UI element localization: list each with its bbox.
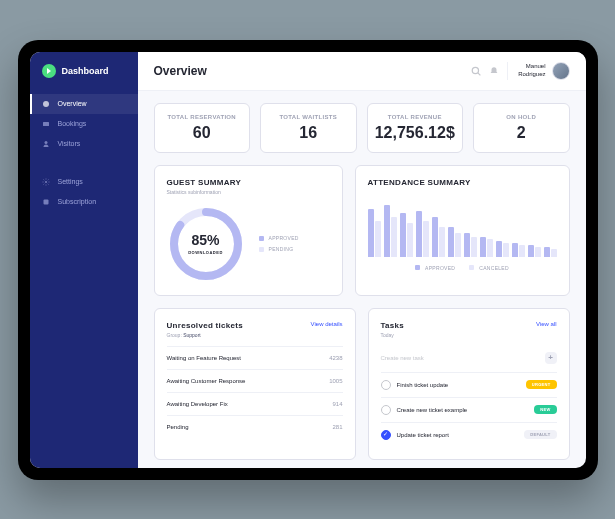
card-subtitle: Today [381,332,405,338]
stat-value: 12,756.12$ [374,124,457,142]
page-title: Overview [154,64,207,78]
bar-canceled [535,247,541,257]
stat-waitlists[interactable]: TOTAL WAITLISTS 16 [260,103,357,153]
task-badge: NEW [534,405,556,414]
ticket-count: 4238 [329,355,342,361]
sidebar-item-label: Settings [58,178,83,185]
search-icon[interactable] [471,66,481,76]
bar-pair [368,209,381,257]
svg-point-0 [43,101,49,107]
task-checkbox[interactable] [381,405,391,415]
bar-pair [480,237,493,257]
bar-pair [464,233,477,257]
bar-approved [416,211,422,257]
ticket-count: 1005 [329,378,342,384]
task-checkbox[interactable] [381,430,391,440]
sidebar-item-settings[interactable]: Settings [30,172,138,192]
user-name: Manuel Rodriguez [518,63,545,77]
legend-dot [259,236,264,241]
bar-pair [544,247,557,257]
ticket-name: Pending [167,424,189,430]
stat-value: 16 [267,124,350,142]
svg-rect-1 [43,122,49,126]
bar-approved [480,237,486,257]
bar-canceled [439,227,445,257]
stat-onhold[interactable]: ON HOLD 2 [473,103,570,153]
stat-label: TOTAL WAITLISTS [267,114,350,120]
task-row[interactable]: Finish ticket updateURGENT [381,373,557,398]
sidebar-item-visitors[interactable]: Visitors [30,134,138,154]
tickets-card: Unresolved tickets Group: Support View d… [154,308,356,460]
task-name: Create new ticket example [397,407,468,413]
bar-canceled [455,233,461,257]
legend-dot [259,247,264,252]
task-checkbox[interactable] [381,380,391,390]
card-title: Unresolved tickets [167,321,244,330]
ticket-row[interactable]: Pending281 [167,415,343,438]
task-row[interactable]: Update ticket reportDEFAULT [381,423,557,447]
attendance-bars [368,197,557,257]
view-details-link[interactable]: View details [311,321,343,327]
legend-approved: APPROVED [415,265,455,271]
bar-canceled [519,245,525,257]
donut-label: DOWNLOADED [188,250,223,255]
task-name: Finish ticket update [397,382,449,388]
brand: Dashboard [30,64,138,94]
badge-icon [42,198,50,206]
users-icon [42,140,50,148]
card-subtitle: Statistics subinformation [167,189,330,195]
user-menu[interactable]: Manuel Rodriguez [507,62,569,80]
gear-icon [42,178,50,186]
bar-pair [416,211,429,257]
task-badge: DEFAULT [524,430,556,439]
bell-icon[interactable] [489,66,499,76]
pie-icon [42,100,50,108]
brand-text: Dashboard [62,66,109,76]
ticket-row[interactable]: Awaiting Developer Fix914 [167,392,343,415]
ticket-row[interactable]: Awaiting Customer Response1005 [167,369,343,392]
bar-approved [464,233,470,257]
sidebar-item-overview[interactable]: Overview [30,94,138,114]
add-task-button[interactable]: + [545,352,557,364]
lists-row: Unresolved tickets Group: Support View d… [154,308,570,460]
stat-revenue[interactable]: TOTAL REVENUE 12,756.12$ [367,103,464,153]
screen: Dashboard Overview Bookings Visitors Set… [30,52,586,468]
view-all-link[interactable]: View all [536,321,557,327]
ticket-icon [42,120,50,128]
sidebar-item-bookings[interactable]: Bookings [30,114,138,134]
bar-pair [384,205,397,257]
bar-approved [384,205,390,257]
svg-rect-4 [43,199,48,204]
bar-approved [368,209,374,257]
stat-label: ON HOLD [480,114,563,120]
stat-value: 2 [480,124,563,142]
bar-approved [400,213,406,257]
stat-label: TOTAL REVENUE [374,114,457,120]
legend-approved: APPROVED [259,235,299,241]
content: TOTAL RESERVATION 60 TOTAL WAITLISTS 16 … [138,91,586,468]
svg-point-3 [45,181,47,183]
bar-canceled [471,237,477,257]
task-name: Update ticket report [397,432,449,438]
legend-pending: PENDING [259,246,299,252]
sidebar-item-label: Overview [58,100,87,107]
summary-row: GUEST SUMMARY Statistics subinformation … [154,165,570,296]
bar-canceled [423,221,429,257]
bar-approved [512,243,518,257]
play-icon [42,64,56,78]
attendance-summary-card: ATTENDANCE SUMMARY APPROVED CANCELED [355,165,570,296]
bar-canceled [487,239,493,257]
ticket-row[interactable]: Waiting on Feature Request4238 [167,346,343,369]
placeholder-text: Create new task [381,355,424,361]
bar-pair [512,243,525,257]
stat-reservation[interactable]: TOTAL RESERVATION 60 [154,103,251,153]
task-list: Finish ticket updateURGENTCreate new tic… [381,373,557,447]
bar-pair [432,217,445,257]
bar-canceled [503,243,509,257]
stats-row: TOTAL RESERVATION 60 TOTAL WAITLISTS 16 … [154,103,570,153]
sidebar-item-subscription[interactable]: Subscription [30,192,138,212]
card-subtitle: Group: Support [167,332,244,338]
task-row[interactable]: Create new ticket exampleNEW [381,398,557,423]
create-task-input[interactable]: Create new task + [381,344,557,373]
legend-canceled: CANCELED [469,265,509,271]
